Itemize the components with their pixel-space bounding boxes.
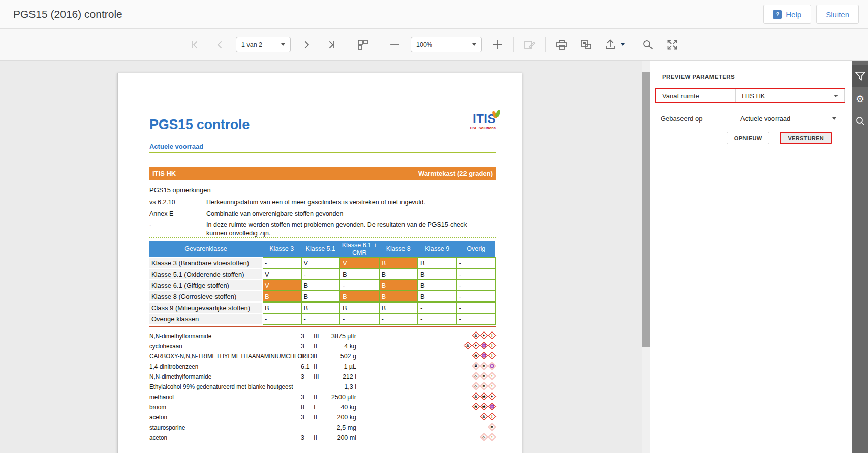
zoom-in-button[interactable]	[489, 36, 506, 53]
zoom-select[interactable]: 100%	[411, 37, 482, 52]
close-button[interactable]: Sluiten	[816, 5, 859, 24]
ghs-health-hazard-icon: ✶	[480, 362, 488, 370]
help-book-icon: ?	[773, 10, 782, 19]
filter-tab[interactable]	[852, 65, 868, 87]
room-banner-name: ITIS HK	[152, 170, 176, 177]
substance-pictograms: ♨✶♒!	[463, 342, 496, 349]
print-button[interactable]	[553, 36, 570, 53]
page-layout-icon	[356, 38, 369, 51]
substance-row: broom8I40 kg≋☠♒	[149, 402, 496, 412]
matrix-row-label: Klasse 3 (Brandbare vloeistoffen)	[149, 257, 262, 268]
room-banner: ITIS HK Warmtekast (22 graden)	[149, 167, 496, 180]
matrix-cell: B	[340, 291, 379, 302]
print-page-button[interactable]	[577, 36, 595, 53]
matrix-row: Class 9 (Milieugevaarlijke stoffen)BBBB-…	[149, 302, 495, 313]
substance-class: 8	[301, 353, 313, 360]
substance-class: 3	[301, 394, 313, 401]
matrix-header-row: GevarenklasseKlasse 3Klasse 5.1Klasse 6.…	[149, 241, 495, 257]
close-button-label: Sluiten	[826, 10, 849, 19]
help-button[interactable]: ? Help	[763, 5, 811, 24]
scrollbar-thumb[interactable]	[642, 72, 650, 347]
substance-quantity: 2,5 mg	[317, 424, 356, 431]
substance-quantity: 2500 µltr	[317, 394, 356, 401]
next-page-button[interactable]	[298, 36, 315, 53]
remark-row: vs 6.2.10Herkeuringsdatum van een of mee…	[149, 198, 496, 207]
gebaseerd-op-select[interactable]: Actuele voorraad	[734, 112, 843, 125]
substance-class: 3	[301, 333, 313, 340]
vertical-scrollbar[interactable]	[642, 61, 650, 453]
search-tab[interactable]	[852, 110, 868, 132]
vanaf-ruimte-select[interactable]: ITIS HK	[735, 89, 845, 102]
matrix-row: Klasse 5.1 (Oxiderende stoffen)V-BBB-	[149, 268, 495, 280]
chevron-down-icon	[621, 43, 625, 46]
chevron-right-icon	[300, 39, 313, 51]
matrix-cell: -	[418, 313, 457, 324]
substance-class: 3	[301, 434, 313, 441]
matrix-cell: -	[340, 280, 379, 291]
last-page-button[interactable]	[322, 36, 339, 53]
matrix-row-label: Klasse 8 (Corrosieve stoffen)	[149, 291, 262, 302]
page-select[interactable]: 1 van 2	[236, 37, 291, 52]
first-page-icon	[190, 39, 202, 51]
previous-page-button[interactable]	[211, 36, 229, 53]
print-page-icon	[579, 38, 593, 51]
ghs-exclamation-icon: !	[488, 331, 496, 340]
ghs-skull-icon: ☠	[480, 392, 488, 401]
zoom-out-button[interactable]	[386, 36, 404, 53]
remark-text: Combinatie van onverenigbare stoffen gev…	[206, 209, 483, 218]
report-subtitle: Actuele voorraad	[149, 143, 203, 150]
matrix-cell: B	[262, 291, 301, 302]
remark-row: Annex ECombinatie van onverenigbare stof…	[149, 209, 496, 218]
matrix-row-label: Class 9 (Milieugevaarlijke stoffen)	[149, 302, 262, 313]
remark-row: -In deze ruimte werden stoffen met probl…	[149, 221, 496, 238]
matrix-cell: V	[340, 257, 379, 268]
remark-code: Annex E	[149, 209, 206, 218]
opnieuw-button[interactable]: OPNIEUW	[727, 132, 770, 144]
export-button[interactable]	[602, 36, 625, 53]
matrix-cell: B	[379, 257, 418, 268]
ghs-flame-icon: ♨	[472, 331, 480, 340]
substance-row: aceton3II200 ml♨!	[149, 433, 496, 443]
substance-name: methanol	[149, 394, 174, 401]
ghs-flame-icon: ♨	[472, 392, 480, 401]
settings-tab[interactable]: ⚙	[852, 87, 868, 110]
fullscreen-button[interactable]	[664, 36, 681, 53]
toolbar-divider	[545, 37, 546, 52]
substance-name: N,N-dimethylformamide	[149, 333, 211, 340]
leaf-icon	[493, 110, 500, 119]
ghs-corrosion-icon: ≋	[472, 403, 480, 411]
ghs-exclamation-icon: !	[488, 413, 496, 421]
itis-logo: ITIS HSE Solutions	[457, 113, 496, 130]
versturen-button[interactable]: VERSTUREN	[780, 132, 832, 144]
plus-icon	[491, 39, 504, 51]
substance-name: Ethylalcohol 99% gedenatureerd met blank…	[149, 383, 293, 390]
matrix-cell: -	[262, 313, 301, 324]
matrix-cell: B	[379, 302, 418, 313]
matrix-cell: -	[301, 313, 340, 324]
chevron-down-icon	[832, 117, 836, 120]
matrix-cell: B	[418, 291, 457, 302]
remark-text: Herkeuringsdatum van een of meer gascili…	[206, 198, 483, 207]
matrix-cell: -	[418, 302, 457, 313]
matrix-column-header: Klasse 8	[379, 241, 418, 257]
first-page-button[interactable]	[187, 36, 204, 53]
hazard-matrix: GevarenklasseKlasse 3Klasse 5.1Klasse 6.…	[149, 241, 496, 325]
search-button[interactable]	[639, 36, 657, 53]
ghs-exclamation-icon: !	[488, 433, 496, 441]
substance-quantity: 1,3 l	[317, 383, 356, 390]
substance-name: aceton	[149, 414, 167, 421]
search-icon	[855, 115, 866, 127]
remark-text: In deze ruimte werden stoffen met proble…	[206, 221, 483, 238]
matrix-row-label: Klasse 5.1 (Oxiderende stoffen)	[149, 268, 262, 280]
annotate-button[interactable]	[521, 36, 538, 53]
filter-icon	[855, 71, 866, 81]
matrix-cell: B	[301, 291, 340, 302]
ghs-health-hazard-icon: ✶	[480, 382, 488, 390]
matrix-row: Overige klassen------	[149, 313, 495, 324]
substance-name: staurosporine	[149, 424, 185, 431]
substance-name: CARBOXY-N,N,N-TRIMETHYLMETHAANAMINIUMCHL…	[149, 353, 316, 360]
page-layout-button[interactable]	[354, 36, 371, 53]
matrix-cell: -	[457, 291, 496, 302]
matrix-cell: -	[457, 302, 496, 313]
parameters-title: PREVIEW PARAMETERS	[662, 74, 735, 80]
